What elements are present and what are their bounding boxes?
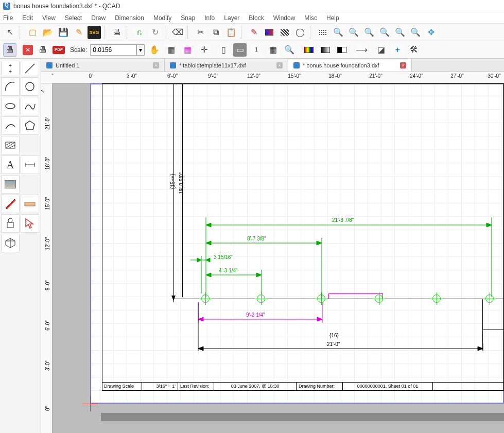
redo-button[interactable]: ↻ — [148, 26, 162, 39]
iso-tool[interactable] — [1, 234, 20, 252]
dimension-tool[interactable] — [21, 155, 39, 174]
dim-8-7: 8'-7 3/8" — [247, 236, 266, 241]
crosshair-button[interactable]: ✛ — [197, 43, 211, 57]
zoom-in-button[interactable]: 🔍 — [332, 26, 345, 39]
menu-view[interactable]: View — [42, 14, 56, 22]
block-tool[interactable] — [1, 214, 20, 233]
canvas-wrap: Untitled 1 × * tabloidtemplate11x17.dxf … — [41, 59, 504, 433]
cut-button[interactable]: ✂ — [194, 26, 207, 39]
save-as-button[interactable]: ✎ — [72, 26, 85, 39]
landscape-button[interactable]: ▭ — [233, 43, 247, 57]
polygon-tool[interactable] — [21, 116, 39, 135]
image-tool[interactable] — [1, 175, 20, 194]
tab-untitled[interactable]: Untitled 1 × — [41, 59, 165, 72]
qcad-doc-icon — [293, 62, 300, 68]
pointer-tool[interactable]: ↖ — [3, 26, 16, 39]
open-file-button[interactable]: 📂 — [41, 26, 55, 39]
select-tool[interactable] — [21, 214, 39, 233]
paste-button[interactable]: 📋 — [224, 26, 238, 39]
menu-help[interactable]: Help — [326, 14, 339, 22]
fit-page-button[interactable]: ▦ — [181, 43, 194, 57]
post-marker — [432, 295, 441, 303]
tab-tabloid[interactable]: * tabloidtemplate11x17.dxf × — [165, 59, 288, 72]
linewidth-button[interactable]: ⟶ — [355, 43, 368, 57]
circle-tool-button[interactable]: ◯ — [293, 26, 307, 39]
post-marker — [257, 295, 265, 303]
close-tab-icon[interactable]: × — [276, 62, 283, 68]
pencil-button[interactable]: ✎ — [247, 26, 260, 39]
pdf-export-button[interactable]: PDF — [53, 46, 65, 54]
close-tab-icon[interactable]: × — [153, 62, 159, 68]
menu-block[interactable]: Block — [249, 14, 264, 22]
zoom-auto-button[interactable]: 🔍 — [378, 26, 391, 39]
menu-misc[interactable]: Misc — [304, 14, 317, 22]
page-count-button[interactable]: 1 — [250, 43, 263, 57]
grayscale-button[interactable] — [319, 43, 332, 57]
save-button[interactable]: 💾 — [57, 26, 70, 39]
undo-button[interactable]: ⎌ — [133, 26, 146, 39]
menu-modify[interactable]: Modify — [153, 14, 171, 22]
scale-label: Scale: — [70, 46, 87, 54]
line-tool[interactable] — [21, 61, 39, 76]
portrait-button[interactable]: ▯ — [217, 43, 230, 57]
menu-dimension[interactable]: Dimension — [115, 14, 144, 22]
new-file-button[interactable]: ▢ — [26, 26, 39, 39]
multipage-button[interactable]: ▦ — [266, 43, 280, 57]
menu-layer[interactable]: Layer — [224, 14, 239, 22]
tab-label: * tabloidtemplate11x17.dxf — [179, 62, 246, 68]
titleblock-scale-label: Drawing Scale — [102, 383, 142, 391]
crop-button[interactable]: ◪ — [374, 43, 388, 57]
erase-button[interactable]: ⌫ — [171, 26, 184, 39]
dim-3-15: 3 15/16" — [214, 254, 233, 260]
ellipse-tool[interactable] — [1, 97, 20, 115]
circle-tool[interactable] — [21, 77, 39, 96]
zoom-out-button[interactable]: 🔍 — [347, 26, 360, 39]
spline-tool[interactable] — [21, 97, 39, 115]
close-preview-button[interactable]: ✕ — [23, 45, 33, 55]
zoom-window-button[interactable]: 🔍 — [362, 26, 376, 39]
close-tab-icon[interactable]: × — [400, 62, 406, 68]
dim-21-3: 21'-3 7/8" — [332, 217, 354, 223]
zoom-prev-button[interactable]: 🔍 — [393, 26, 407, 39]
svg-export-button[interactable]: SVG — [88, 26, 101, 39]
zoom-page-button[interactable]: 🔍 — [283, 43, 296, 57]
drawing-canvas[interactable]: 0" 3'-0" 6'-0" 9'-0" 12'-0" 15'-0" 18'-0… — [41, 83, 504, 433]
printer-button[interactable]: 🖶 — [36, 43, 49, 57]
menu-draw[interactable]: Draw — [91, 14, 106, 22]
add-marker-button[interactable]: + — [391, 43, 404, 57]
menu-edit[interactable]: Edit — [22, 14, 33, 22]
tab-label: * bonus house foundation3.dxf — [303, 62, 379, 68]
scale-input[interactable] — [90, 44, 136, 56]
print-preview-button[interactable]: 🖶 — [3, 43, 16, 57]
swatch-button[interactable] — [263, 26, 276, 39]
hatch-tool[interactable] — [1, 136, 20, 154]
menu-select[interactable]: Select — [65, 14, 82, 22]
menu-file[interactable]: File — [3, 14, 13, 22]
arc-tool[interactable] — [1, 77, 20, 96]
color-mode-button[interactable] — [302, 43, 316, 57]
hand-button[interactable]: ✋ — [148, 43, 161, 57]
pan-button[interactable]: ✥ — [424, 26, 438, 39]
text-tool[interactable]: A — [1, 155, 20, 174]
print-button[interactable]: 🖶 — [110, 26, 124, 39]
titleblock-num-label: Drawing Number: — [297, 383, 343, 391]
copy-button[interactable]: ⧉ — [209, 26, 222, 39]
dim-9-2: 9'-2 1/4" — [246, 312, 265, 318]
menu-window[interactable]: Window — [273, 14, 296, 22]
menu-snap[interactable]: Snap — [181, 14, 195, 22]
settings-button[interactable]: 🛠 — [407, 43, 421, 57]
ruler-tool[interactable] — [21, 195, 39, 213]
hatch-button[interactable] — [278, 26, 291, 39]
tab-bonus-house[interactable]: * bonus house foundation3.dxf × — [288, 59, 412, 72]
polyline-tool[interactable] — [1, 116, 20, 135]
dim-ref-15: {15++} — [170, 174, 176, 189]
reset-tool[interactable]: ++ — [1, 61, 20, 76]
menu-info[interactable]: Info — [204, 14, 215, 22]
zoom-sel-button[interactable]: 🔍 — [409, 26, 422, 39]
center-page-button[interactable]: ▦ — [164, 43, 178, 57]
qcad-doc-icon — [46, 62, 53, 68]
bw-button[interactable] — [335, 43, 349, 57]
scale-dropdown-icon[interactable]: ▾ — [136, 44, 145, 56]
grid-dots-button[interactable] — [316, 26, 329, 39]
measure-tool[interactable] — [1, 195, 20, 213]
